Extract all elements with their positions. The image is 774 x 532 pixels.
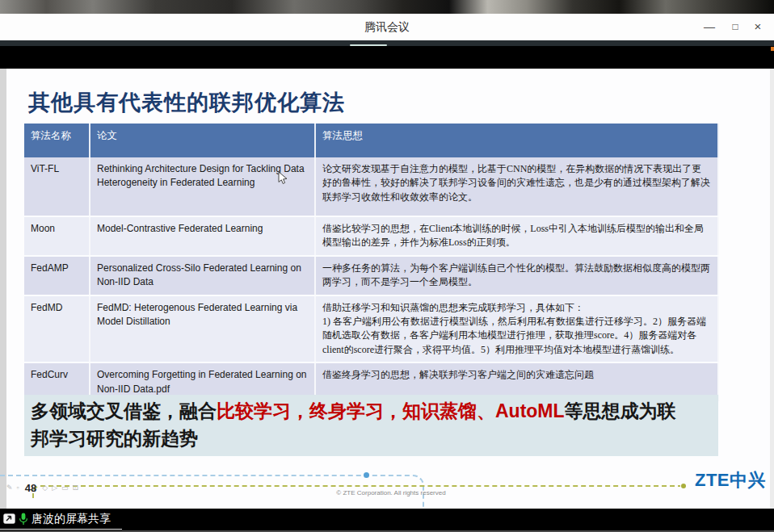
idea-cell: 一种多任务的算法，为每个客户端训练自己个性化的模型。算法鼓励数据相似度高的模型两…	[315, 256, 718, 295]
screen-share-icon	[3, 513, 15, 524]
zte-logo: ZTE中兴	[695, 468, 766, 492]
decorative-dot-blue	[364, 472, 369, 478]
pencil-icon: ✎	[6, 484, 13, 492]
window-title: 腾讯会议	[0, 20, 774, 35]
paper-cell: Rethinking Architecture Design for Tackl…	[90, 157, 315, 216]
paper-cell: Personalized Cross-Silo Federated Learni…	[90, 256, 315, 295]
algo-name-cell: ViT-FL	[24, 157, 90, 216]
table-row: ViT-FL Rethinking Architecture Design fo…	[24, 157, 718, 216]
algo-name-cell: FedAMP	[24, 256, 90, 295]
header-algo-name: 算法名称	[24, 124, 90, 157]
summary-emphasis: 比较学习，终身学习，知识蒸馏、AutoML	[217, 400, 565, 421]
screen: 腾讯会议 — □ × 其他具有代表性的联邦优化算法 算法名称 论文 算法思想 V…	[0, 0, 774, 532]
close-button[interactable]: ×	[748, 19, 768, 35]
share-label: 唐波的屏幕共享	[32, 512, 111, 526]
recording-indicator-dot	[771, 47, 774, 51]
window-titlebar: 腾讯会议 — □ ×	[0, 14, 774, 41]
table-row: FedAMP Personalized Cross-Silo Federated…	[24, 256, 718, 295]
clipboard-icon: ⊡	[73, 484, 79, 492]
paper-cell: Model-Contrastive Federated Learning	[90, 216, 315, 256]
letterbox-top	[0, 46, 774, 69]
folder-icon: ▭	[61, 484, 69, 492]
slide-title: 其他具有代表性的联邦优化算法	[28, 88, 345, 117]
algo-name-cell: FedMD	[24, 295, 90, 363]
idea-cell: 借助迁移学习和知识蒸馏的思想来完成联邦学习，具体如下： 1) 各客户端利用公有数…	[315, 295, 718, 363]
desktop-wallpaper	[0, 0, 774, 14]
minimize-button[interactable]: —	[700, 19, 719, 35]
summary-highlight-block: 多领域交叉借鉴，融合比较学习，终身学习，知识蒸馏、AutoML等思想成为联邦学习…	[24, 395, 718, 456]
frame-icon: ▫	[17, 484, 19, 492]
decorative-dot-olive	[681, 484, 686, 488]
maximize-button[interactable]: □	[726, 19, 745, 35]
diamond-icon: ◇	[42, 484, 48, 492]
page-number: 48	[25, 482, 36, 494]
slide-right-edge	[770, 69, 774, 509]
algorithm-table: 算法名称 论文 算法思想 ViT-FL Rethinking Architect…	[24, 124, 719, 403]
table-header-row: 算法名称 论文 算法思想	[24, 124, 718, 157]
mouse-cursor-icon	[278, 171, 288, 186]
play-icon: ▷	[52, 484, 57, 492]
header-idea: 算法思想	[315, 124, 718, 157]
summary-prefix: 多领域交叉借鉴，融合	[31, 400, 217, 421]
slide-footer-tools: ✎ ▫ 48 ◇ ▷ ▭ ⊡	[6, 480, 78, 495]
header-paper: 论文	[90, 124, 315, 157]
table-row: FedMD FedMD: Heterogenous Federated Lear…	[24, 295, 718, 363]
slide-left-edge	[0, 69, 6, 509]
table-row: Moon Model-Contrastive Federated Learnin…	[24, 216, 718, 256]
shared-slide: 其他具有代表性的联邦优化算法 算法名称 论文 算法思想 ViT-FL Rethi…	[0, 69, 774, 509]
screen-share-bar: 唐波的屏幕共享	[0, 509, 774, 532]
idea-cell: 论文研究发现基于自注意力的模型，比基于CNN的模型，在异构数据的情况下表现出了更…	[315, 157, 718, 216]
copyright-text: © ZTE Corporation. All rights reserved	[322, 489, 460, 496]
paper-cell: FedMD: Heterogenous Federated Learning v…	[90, 295, 315, 363]
algo-name-cell: Moon	[24, 216, 90, 256]
share-label-box: 唐波的屏幕共享	[0, 509, 122, 530]
microphone-icon	[19, 513, 28, 526]
idea-cell: 借鉴比较学习的思想，在Client本地训练的时候，Loss中引入本地训练后模型的…	[315, 216, 718, 256]
meeting-toolbar-strip	[0, 40, 774, 46]
